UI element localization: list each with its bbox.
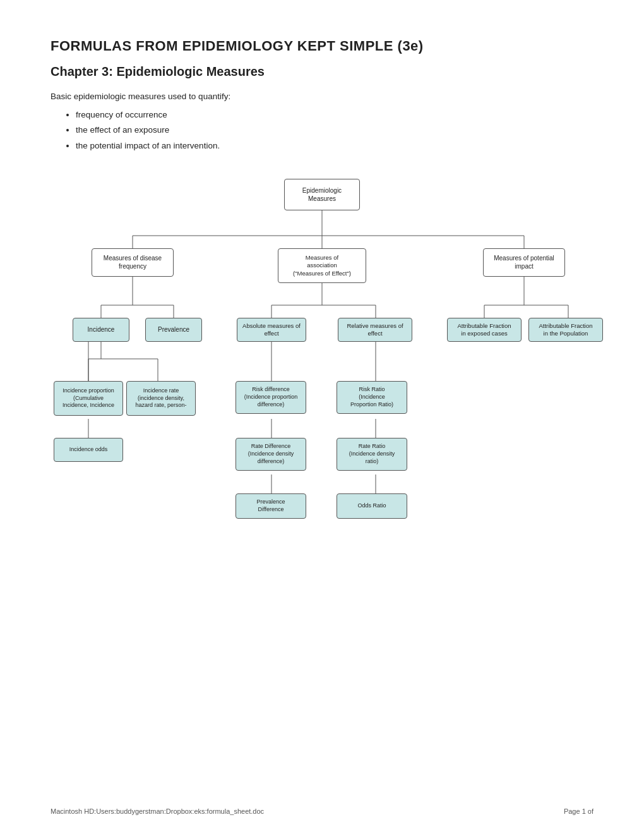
- page-title: FORMULAS FROM EPIDEMIOLOGY KEPT SIMPLE (…: [51, 38, 593, 54]
- node-l2-1: Incidence: [73, 318, 129, 342]
- intro-text: Basic epidemiologic measures used to qua…: [51, 92, 593, 101]
- node-l3-7: Risk Ratio (Incidence Proportion Ratio): [337, 381, 407, 414]
- node-l3-2: Incidence rate (incidence density, hazar…: [126, 381, 196, 416]
- chapter-title: Chapter 3: Epidemiologic Measures: [51, 64, 593, 79]
- node-l2-2: Prevalence: [145, 318, 202, 342]
- bullet-3: the potential impact of an intervention.: [76, 138, 593, 154]
- node-root: Epidemiologic Measures: [284, 179, 360, 210]
- node-l1-1: Measures of disease frequency: [92, 248, 174, 277]
- footer-left: Macintosh HD:Users:buddygerstman:Dropbox…: [51, 807, 264, 815]
- bullet-list: frequency of occurrence the effect of an…: [76, 107, 593, 154]
- footer-right: Page 1 of: [564, 807, 593, 815]
- node-l2-6: Attributable Fraction in the Population: [528, 318, 603, 342]
- node-l3-4: Risk difference (Incidence proportion di…: [236, 381, 306, 414]
- bullet-1: frequency of occurrence: [76, 107, 593, 123]
- node-l3-9: Odds Ratio: [337, 493, 407, 519]
- node-l2-4: Relative measures of effect: [338, 318, 412, 342]
- node-l3-8: Rate Ratio (Incidence density ratio): [337, 438, 407, 471]
- bullet-2: the effect of an exposure: [76, 123, 593, 138]
- footer: Macintosh HD:Users:buddygerstman:Dropbox…: [51, 807, 593, 815]
- node-l1-2: Measures of association ("Measures of Ef…: [278, 248, 366, 283]
- node-l3-1: Incidence proportion (Cumulative Inciden…: [54, 381, 123, 416]
- node-l1-3: Measures of potential impact: [483, 248, 565, 277]
- node-l2-5: Attributable Fraction in exposed cases: [447, 318, 522, 342]
- node-l3-6: Prevalence Difference: [236, 493, 306, 519]
- node-l3-3: Incidence odds: [54, 438, 123, 462]
- node-l2-3: Absolute measures of effect: [237, 318, 306, 342]
- node-l3-5: Rate Difference (Incidence density diffe…: [236, 438, 306, 471]
